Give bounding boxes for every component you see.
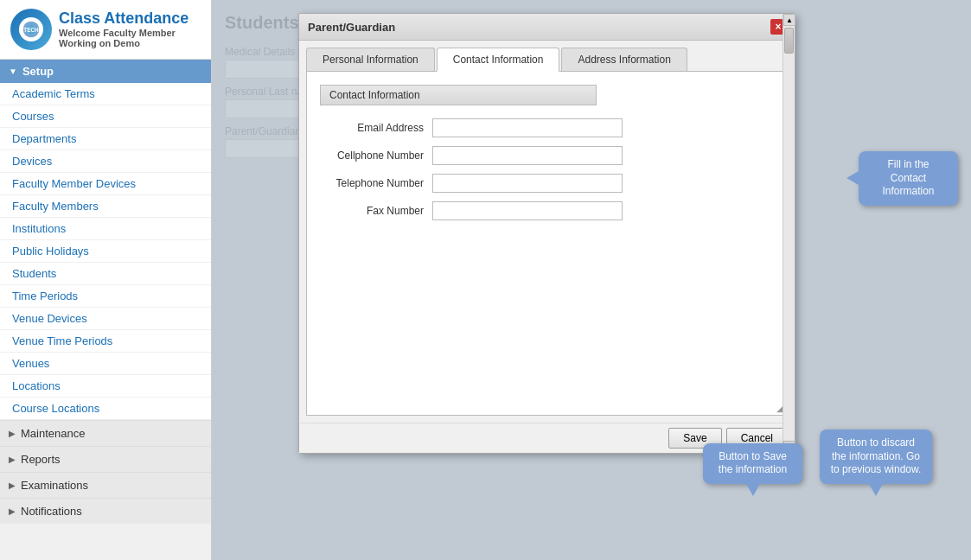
fax-label: Fax Number bbox=[320, 205, 432, 217]
modal-title: Parent/Guardian bbox=[308, 21, 395, 34]
tooltip-discard-button: Button to discard the information. Go to… bbox=[820, 430, 932, 484]
notifications-label: Notifications bbox=[21, 505, 82, 518]
sidebar-item-students[interactable]: Students bbox=[0, 263, 211, 285]
maintenance-arrow-icon: ▶ bbox=[9, 429, 16, 438]
cellphone-label: Cellphone Number bbox=[320, 150, 432, 162]
modal-scrollbar: ▲ ▼ bbox=[783, 14, 795, 453]
working-on-text: Working on Demo bbox=[59, 38, 188, 48]
sidebar-item-faculty-members[interactable]: Faculty Members bbox=[0, 195, 211, 218]
modal-body: Contact Information Email Address Cellph… bbox=[306, 71, 788, 416]
modal-tabs: Personal Information Contact Information… bbox=[299, 41, 795, 71]
tab-personal-information[interactable]: Personal Information bbox=[306, 48, 435, 71]
sidebar-item-devices[interactable]: Devices bbox=[0, 150, 211, 173]
tooltip-fill-contact: Fill in the Contact Information bbox=[859, 151, 958, 206]
sidebar-item-time-periods[interactable]: Time Periods bbox=[0, 285, 211, 308]
telephone-input[interactable] bbox=[432, 174, 623, 193]
sidebar-item-public-holidays[interactable]: Public Holidays bbox=[0, 240, 211, 263]
app-header-text: Class Attendance Welcome Faculty Member … bbox=[59, 10, 188, 48]
email-label: Email Address bbox=[320, 122, 432, 134]
email-input[interactable] bbox=[432, 118, 623, 137]
modal-dialog: Parent/Guardian × Personal Information C… bbox=[298, 13, 795, 454]
svg-text:TECH: TECH bbox=[23, 27, 39, 33]
welcome-text: Welcome Faculty Member bbox=[59, 28, 188, 38]
cellphone-input[interactable] bbox=[432, 146, 623, 165]
tooltip-fill-arrow-icon bbox=[846, 171, 859, 185]
sidebar-section-notifications[interactable]: ▶ Notifications bbox=[0, 498, 211, 524]
telephone-label: Telephone Number bbox=[320, 177, 432, 189]
sidebar-item-course-locations[interactable]: Course Locations bbox=[0, 398, 211, 420]
sidebar-item-faculty-member-devices[interactable]: Faculty Member Devices bbox=[0, 173, 211, 195]
tooltip-discard-arrow-icon bbox=[869, 484, 883, 496]
tooltip-save-button: Button to Save the information bbox=[703, 443, 802, 484]
scrollbar-thumb[interactable] bbox=[784, 28, 794, 54]
examinations-arrow-icon: ▶ bbox=[9, 480, 16, 490]
section-header: Contact Information bbox=[320, 85, 597, 105]
sidebar-item-venue-devices[interactable]: Venue Devices bbox=[0, 308, 211, 330]
reports-arrow-icon: ▶ bbox=[9, 455, 16, 464]
maintenance-label: Maintenance bbox=[21, 427, 85, 440]
sidebar-section-reports[interactable]: ▶ Reports bbox=[0, 446, 211, 472]
sidebar-item-venues[interactable]: Venues bbox=[0, 353, 211, 375]
tab-contact-information[interactable]: Contact Information bbox=[437, 48, 560, 72]
tab-address-information[interactable]: Address Information bbox=[561, 48, 687, 71]
field-fax-row: Fax Number bbox=[320, 201, 774, 220]
reports-label: Reports bbox=[21, 453, 61, 466]
app-logo: TECH bbox=[10, 9, 52, 50]
sidebar-item-institutions[interactable]: Institutions bbox=[0, 218, 211, 240]
modal-header: Parent/Guardian × bbox=[299, 14, 795, 41]
sidebar: TECH Class Attendance Welcome Faculty Me… bbox=[0, 0, 212, 560]
main-content: Students Medical Details Personal Last n… bbox=[212, 0, 971, 560]
sidebar-links: Academic Terms Courses Departments Devic… bbox=[0, 83, 211, 420]
sidebar-item-departments[interactable]: Departments bbox=[0, 128, 211, 150]
app-title: Class Attendance bbox=[59, 10, 188, 28]
fax-input[interactable] bbox=[432, 201, 623, 220]
sidebar-header: TECH Class Attendance Welcome Faculty Me… bbox=[0, 0, 211, 60]
examinations-label: Examinations bbox=[21, 479, 88, 492]
setup-arrow-icon: ▼ bbox=[9, 67, 17, 76]
field-telephone-row: Telephone Number bbox=[320, 174, 774, 193]
scrollbar-up-button[interactable]: ▲ bbox=[783, 14, 795, 26]
sidebar-item-courses[interactable]: Courses bbox=[0, 105, 211, 128]
field-email-row: Email Address bbox=[320, 118, 774, 137]
sidebar-section-examinations[interactable]: ▶ Examinations bbox=[0, 472, 211, 498]
sidebar-section-maintenance[interactable]: ▶ Maintenance bbox=[0, 420, 211, 446]
sidebar-item-locations[interactable]: Locations bbox=[0, 375, 211, 398]
tooltip-save-arrow-icon bbox=[746, 484, 760, 496]
scrollbar-track bbox=[783, 26, 795, 441]
setup-label: Setup bbox=[22, 65, 54, 78]
sidebar-item-academic-terms[interactable]: Academic Terms bbox=[0, 83, 211, 105]
sidebar-section-setup[interactable]: ▼ Setup bbox=[0, 60, 211, 83]
notifications-arrow-icon: ▶ bbox=[9, 506, 16, 516]
field-cellphone-row: Cellphone Number bbox=[320, 146, 774, 165]
sidebar-item-venue-time-periods[interactable]: Venue Time Periods bbox=[0, 330, 211, 353]
